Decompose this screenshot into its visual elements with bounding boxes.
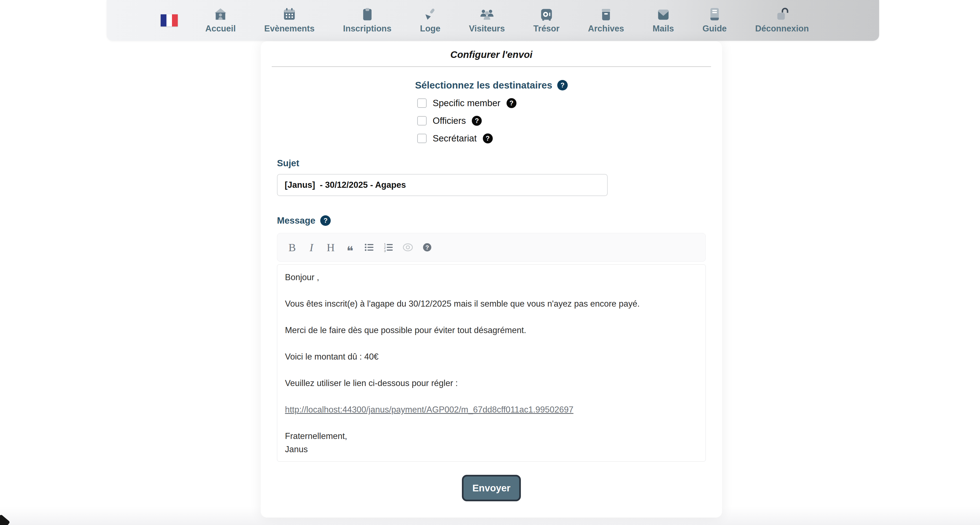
recipient-option-specific-member: Specific member ?: [417, 98, 517, 109]
nav-item-mails[interactable]: Mails: [652, 7, 674, 34]
recipients-heading: Sélectionnez les destinataires ?: [415, 80, 568, 91]
secretariat-help-icon[interactable]: ?: [483, 134, 493, 144]
nav-item-guide[interactable]: Guide: [703, 7, 727, 34]
nav-label: Inscriptions: [343, 24, 391, 34]
nav-label: Accueil: [205, 24, 235, 34]
message-editor-body[interactable]: Bonjour , Vous êtes inscrit(e) à l'agape…: [277, 265, 706, 461]
message-help-icon[interactable]: ?: [320, 215, 331, 226]
message-label-row: Message ?: [277, 215, 722, 226]
home-icon: [213, 7, 228, 21]
nav-label: Evènements: [264, 24, 315, 34]
editor-help-icon[interactable]: ?: [420, 238, 435, 257]
svg-text:3: 3: [384, 249, 385, 252]
preview-eye-icon[interactable]: [400, 238, 415, 257]
message-paragraph: http://localhost:44300/janus/payment/AGP…: [285, 403, 698, 416]
nav-label: Déconnexion: [755, 24, 809, 34]
nav-label: Mails: [652, 24, 674, 34]
book-icon: [708, 7, 722, 21]
nav-items: Accueil Evènements Inscriptions Loge Vis: [205, 7, 809, 34]
message-paragraph: Merci de le faire dès que possible pour …: [285, 324, 698, 337]
nav-item-visiteurs[interactable]: Visiteurs: [469, 7, 505, 34]
blockquote-icon[interactable]: ❝: [342, 238, 358, 257]
nav-label: Loge: [420, 24, 441, 34]
nav-label: Guide: [703, 24, 727, 34]
specific-member-help-icon[interactable]: ?: [506, 98, 517, 108]
checkbox-label: Officiers: [433, 115, 466, 126]
checkbox-label: Secrétariat: [433, 133, 477, 144]
mail-envelope-icon: [656, 7, 670, 21]
nav-item-inscriptions[interactable]: Inscriptions: [343, 7, 391, 34]
nav-item-accueil[interactable]: Accueil: [205, 7, 235, 34]
signature-line: Janus: [285, 443, 698, 456]
recipient-option-officiers: Officiers ?: [417, 115, 482, 126]
message-paragraph: Voici le montant dû : 40€: [285, 350, 698, 364]
recipient-option-secretariat: Secrétariat ?: [417, 133, 493, 144]
recipients-heading-label: Sélectionnez les destinataires: [415, 80, 552, 91]
calendar-icon: [282, 7, 296, 21]
signature-line: Fraternellement,: [285, 429, 698, 443]
ordered-list-icon[interactable]: 123: [381, 238, 396, 257]
subject-label: Sujet: [277, 158, 722, 169]
nav-item-archives[interactable]: Archives: [588, 7, 624, 34]
italic-icon[interactable]: I: [304, 238, 319, 257]
visitors-group-icon: [479, 7, 495, 21]
nav-item-deconnexion[interactable]: Déconnexion: [755, 7, 809, 34]
unlock-icon: [775, 7, 789, 21]
nav-label: Trésor: [533, 24, 560, 34]
nav-label: Archives: [588, 24, 624, 34]
clipboard-icon: [360, 7, 374, 21]
subject-input[interactable]: [277, 174, 608, 196]
nav-item-evenements[interactable]: Evènements: [264, 7, 315, 34]
safe-icon: [539, 7, 554, 21]
french-flag-icon: [161, 14, 178, 27]
officiers-checkbox[interactable]: [417, 116, 426, 126]
recipients-help-icon[interactable]: ?: [557, 80, 568, 91]
send-button[interactable]: Envoyer: [462, 475, 521, 501]
unordered-list-icon[interactable]: [361, 238, 377, 257]
title-divider: [272, 66, 711, 67]
message-paragraph: Veuillez utiliser le lien ci-dessous pou…: [285, 377, 698, 390]
svg-text:?: ?: [425, 244, 429, 251]
checkbox-label: Specific member: [433, 98, 501, 109]
nav-item-tresor[interactable]: Trésor: [533, 7, 560, 34]
trowel-icon: [423, 7, 438, 21]
nav-item-loge[interactable]: Loge: [420, 7, 441, 34]
editor-toolbar: B I H ❝ 123 ?: [277, 233, 706, 262]
message-label: Message: [277, 215, 315, 226]
specific-member-checkbox[interactable]: [417, 99, 426, 108]
payment-link[interactable]: http://localhost:44300/janus/payment/AGP…: [285, 405, 573, 415]
officiers-help-icon[interactable]: ?: [472, 116, 482, 126]
archive-box-icon: [599, 7, 613, 21]
page-title: Configurer l'envoi: [261, 49, 722, 60]
secretariat-checkbox[interactable]: [417, 134, 426, 143]
main-panel: Configurer l'envoi Sélectionnez les dest…: [261, 41, 722, 517]
mouse-cursor-artifact: [0, 514, 10, 525]
bold-icon[interactable]: B: [285, 238, 300, 257]
recipients-section: Sélectionnez les destinataires ? Specifi…: [415, 80, 568, 144]
top-navbar: Accueil Evènements Inscriptions Loge Vis: [107, 0, 879, 41]
message-paragraph: Vous êtes inscrit(e) à l'agape du 30/12/…: [285, 297, 698, 311]
heading-icon[interactable]: H: [323, 238, 339, 257]
nav-label: Visiteurs: [469, 24, 505, 34]
message-paragraph: Bonjour ,: [285, 271, 698, 284]
